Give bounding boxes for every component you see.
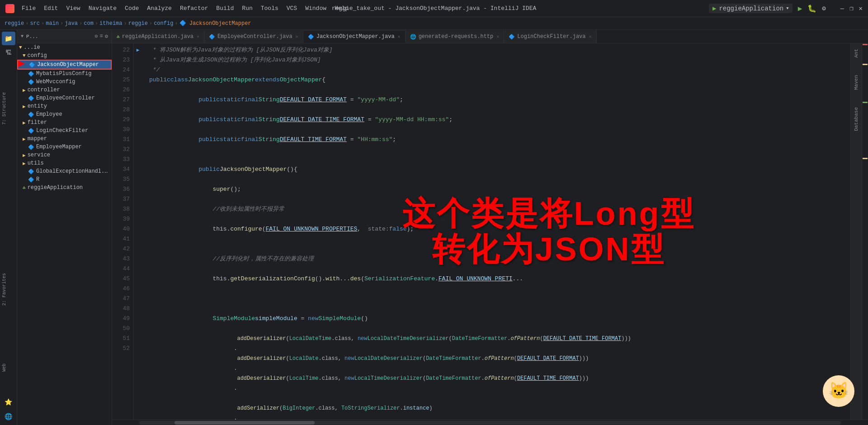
- tab-close-login[interactable]: ✕: [589, 34, 592, 39]
- tab-close-employee[interactable]: ✕: [296, 34, 298, 39]
- window-controls[interactable]: ▶ reggieApplication ▼ ▶ 🐛 ⚙ — ❐ ✕: [709, 4, 863, 13]
- profile-button[interactable]: ⚙: [822, 5, 826, 12]
- tab-close-jackson[interactable]: ✕: [398, 34, 401, 39]
- folder-icon-mapper: ▶: [23, 136, 26, 142]
- tree-item-mybatis[interactable]: 🔷 MybatisPlusConfig: [17, 70, 112, 78]
- tab-http[interactable]: 🌐 generated-requests.http ✕: [406, 30, 505, 43]
- code-line-40: SimpleModule simpleModule = new SimpleMo…: [149, 314, 850, 334]
- collapse-icon[interactable]: ≡: [100, 33, 103, 40]
- tree-item-jackson[interactable]: 🔷 JacksonObjectMapper: [17, 60, 112, 70]
- maximize-button[interactable]: ❐: [849, 5, 853, 12]
- tree-item-controller[interactable]: ▶ controller: [17, 86, 112, 94]
- locate-icon[interactable]: ⊙: [94, 33, 98, 40]
- breadcrumb-com[interactable]: com: [84, 20, 94, 27]
- breadcrumb-reggie[interactable]: reggie: [5, 20, 24, 27]
- run-dropdown-icon[interactable]: ▼: [786, 6, 788, 11]
- favorites-icon[interactable]: ⭐: [2, 395, 15, 409]
- code-line-38: [149, 294, 850, 304]
- menu-window[interactable]: Window: [302, 4, 330, 13]
- web-icon[interactable]: 🌐: [2, 410, 15, 423]
- code-area[interactable]: * 将JSON解析为Java对象的过程称为 [从JSON反序列化Java对象] …: [142, 43, 850, 420]
- java-file-icon3: 🔷: [28, 79, 34, 85]
- folder-icon: ▼: [19, 45, 22, 50]
- run-button[interactable]: ▶: [798, 4, 802, 13]
- mascot-body: 🐱: [823, 375, 854, 407]
- red-arrow: [17, 60, 27, 69]
- structure-icon[interactable]: 🏗: [2, 46, 15, 60]
- tree-item-config[interactable]: ▼ config: [17, 52, 112, 60]
- horizontal-scrollbar[interactable]: [112, 420, 868, 425]
- java-icon-employee: 🔷: [209, 34, 215, 40]
- code-line-28: public static final String DEFAULT_DATE_…: [149, 115, 850, 135]
- tree-item-employee-mapper[interactable]: 🔷 EmployeeMapper: [17, 143, 112, 151]
- menu-vcs[interactable]: VCS: [283, 4, 301, 13]
- tab-close-reggieapp[interactable]: ✕: [197, 34, 199, 39]
- code-line-27: public static final String DEFAULT_DATE_…: [149, 95, 850, 115]
- breadcrumb-main[interactable]: main: [46, 20, 59, 27]
- tab-reggieapp[interactable]: ☘ reggieApplication.java ✕: [112, 30, 204, 43]
- panel-toolbar[interactable]: ⊙ ≡ ⚙: [94, 33, 108, 40]
- menu-refactor[interactable]: Refactor: [176, 4, 212, 13]
- tab-employee-ctrl[interactable]: 🔷 EmployeeController.java ✕: [204, 30, 303, 43]
- breadcrumb-src[interactable]: src: [30, 20, 40, 27]
- panel-dropdown-icon[interactable]: ▼: [21, 34, 24, 39]
- side-tab-database[interactable]: Database: [853, 105, 860, 133]
- settings-icon[interactable]: ⚙: [105, 33, 108, 40]
- tab-login-filter[interactable]: 🔷 LoginCheckFilter.java ✕: [504, 30, 596, 43]
- java-file-icon10: ☘: [23, 185, 26, 191]
- project-panel: ▼ P... ⊙ ≡ ⚙ ▼ ...ie ▼ config 🔷 JacksonO…: [17, 30, 112, 425]
- menu-analyze[interactable]: Analyze: [143, 4, 175, 13]
- project-icon[interactable]: 📁: [2, 32, 15, 45]
- menu-view[interactable]: View: [62, 4, 84, 13]
- tab-label-jackson: JacksonObjectMapper.java: [316, 33, 395, 40]
- title-bar: File Edit View Navigate Code Analyze Ref…: [0, 0, 868, 17]
- close-button[interactable]: ✕: [859, 5, 863, 12]
- tree-item-employee-ctrl[interactable]: 🔷 EmployeeController: [17, 94, 112, 102]
- tree-item-entity[interactable]: ▶ entity: [17, 102, 112, 110]
- side-tab-maven[interactable]: Maven: [853, 73, 860, 92]
- code-line-23: * 从Java对象生成JSON的过程称为 [序列化Java对象到JSON]: [149, 55, 850, 65]
- menu-navigate[interactable]: Navigate: [85, 4, 120, 13]
- tree-item-reggie-app[interactable]: ☘ reggieApplication: [17, 184, 112, 192]
- breadcrumb-itheima[interactable]: itheima: [99, 20, 122, 27]
- breadcrumb-reggie2[interactable]: reggie: [128, 20, 148, 27]
- gutter-warning-1: [863, 64, 868, 65]
- breadcrumb-config[interactable]: config: [154, 20, 173, 27]
- tree-item-utils[interactable]: ▶ utils: [17, 159, 112, 167]
- menu-bar[interactable]: File Edit View Navigate Code Analyze Ref…: [18, 4, 352, 13]
- tab-label-http: generated-requests.http: [419, 33, 494, 40]
- side-tab-ant[interactable]: Ant: [853, 47, 860, 60]
- menu-build[interactable]: Build: [212, 4, 237, 13]
- breadcrumb-file[interactable]: 🔷 JacksonObjectMapper: [179, 20, 251, 27]
- tree-item-login-filter[interactable]: 🔷 LoginCheckFilter: [17, 127, 112, 135]
- tree-item-mapper[interactable]: ▶ mapper: [17, 135, 112, 143]
- menu-code[interactable]: Code: [121, 4, 142, 13]
- tree-item-webmvc[interactable]: 🔷 WebMvcconfig: [17, 78, 112, 86]
- menu-edit[interactable]: Edit: [40, 4, 61, 13]
- code-line-31: public JacksonObjectMapper() {: [149, 165, 850, 184]
- run-config-label[interactable]: reggieApplication: [719, 5, 783, 12]
- right-gutter[interactable]: [862, 43, 868, 420]
- tree-item-exception[interactable]: 🔷 GlobalExceptionHandl...: [17, 167, 112, 175]
- tab-close-http[interactable]: ✕: [496, 34, 499, 39]
- tree-item-filter[interactable]: ▶ filter: [17, 118, 112, 127]
- minimize-button[interactable]: —: [840, 5, 844, 12]
- tree-item-reggie[interactable]: ▼ ...ie: [17, 43, 112, 52]
- menu-tools[interactable]: Tools: [257, 4, 282, 13]
- tree-item-employee[interactable]: 🔷 Employee: [17, 110, 112, 118]
- folder-icon-config: ▼: [23, 53, 26, 58]
- panel-title: P...: [26, 34, 38, 39]
- tree-item-r[interactable]: 🔷 R: [17, 175, 112, 184]
- tree-item-service[interactable]: ▶ service: [17, 151, 112, 159]
- breadcrumb-java[interactable]: java: [65, 20, 78, 27]
- menu-run[interactable]: Run: [238, 4, 256, 13]
- gutter-mark-1: [863, 102, 868, 103]
- folder-icon-entity: ▶: [23, 104, 26, 109]
- debug-button[interactable]: 🐛: [807, 4, 816, 13]
- spring-icon: ☘: [117, 34, 120, 40]
- scroll-track[interactable]: [139, 421, 841, 425]
- scroll-thumb[interactable]: [175, 421, 315, 425]
- tab-jackson[interactable]: 🔷 JacksonObjectMapper.java ✕: [303, 30, 406, 43]
- menu-file[interactable]: File: [18, 4, 39, 13]
- code-line-25: public class JacksonObjectMapper extends…: [149, 75, 850, 85]
